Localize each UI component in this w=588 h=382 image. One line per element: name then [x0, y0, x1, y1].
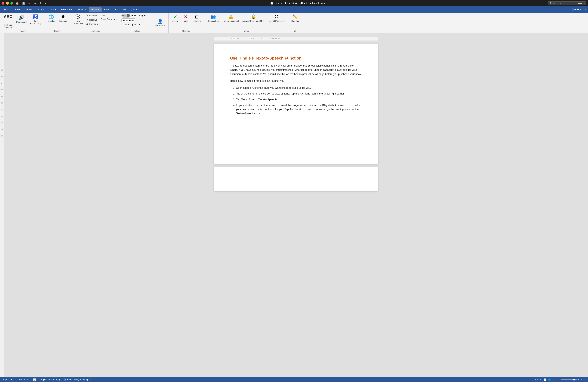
- hide-ink-label: Hide Ink: [291, 20, 299, 22]
- tracking-group-label: Tracking: [121, 30, 151, 33]
- home-icon[interactable]: 🏠: [15, 1, 20, 5]
- comment-nav: Next Show Comments: [99, 14, 118, 21]
- previous-icon: ◀: [86, 22, 88, 26]
- status-bar-right: Focus 📄 🌐 ☰ ≡ − + 203%: [535, 378, 586, 381]
- menu-item-grammarly[interactable]: Grammarly: [112, 7, 128, 12]
- ribbon-group-tracking: OFF Track Changes All Markup ▾ Markup Op…: [120, 13, 152, 33]
- tracking-buttons: OFF Track Changes All Markup ▾ Markup Op…: [121, 14, 151, 30]
- step-2: Tap at the center of the screen to view …: [236, 92, 362, 96]
- reject-button[interactable]: ✕ Reject: [181, 14, 190, 23]
- document-page[interactable]: Use Kindle's Text-to-Speech Function The…: [214, 44, 378, 164]
- check-accessibility-button[interactable]: ♿ CheckAccessibility: [29, 14, 42, 26]
- translate-button[interactable]: 🌐 Translate: [46, 14, 57, 23]
- language-icon: 🗣: [62, 14, 66, 19]
- search-options-icon[interactable]: ⊞: [583, 2, 585, 5]
- show-comments-button[interactable]: Show Comments: [99, 18, 118, 21]
- restrict-permission-button[interactable]: 🛡 Restrict Permission: [266, 14, 287, 23]
- resolve-label: Resolve: [89, 19, 97, 21]
- hide-ink-icon: ✏️: [293, 14, 298, 19]
- focus-button[interactable]: Focus: [535, 378, 542, 381]
- document-title: How to Let Your Devices Read Out Loud to…: [274, 2, 325, 5]
- ribbon: ABC✓ Spelling &Grammar 🔊 Read Aloud ♿ Ch…: [0, 13, 588, 33]
- step-4: In your Kindle book, tap the screen to r…: [236, 103, 362, 116]
- zoom-out-button[interactable]: −: [559, 378, 560, 381]
- menu-item-design[interactable]: Design: [34, 7, 46, 12]
- track-changes-label: Track Changes: [131, 14, 146, 17]
- doc-area[interactable]: -15 -14 -12 -10 -7 -4 -2 0 2 4 6 8 10 12…: [4, 33, 588, 377]
- language-button[interactable]: 🗣 Language: [58, 14, 70, 23]
- proofing-group-label: Proofing: [2, 30, 42, 33]
- menu-item-review[interactable]: Review: [89, 7, 102, 12]
- resolve-button[interactable]: ✓ Resolve: [85, 18, 99, 22]
- proofing-buttons: ABC✓ Spelling &Grammar 🔊 Read Aloud ♿ Ch…: [2, 14, 42, 30]
- hide-ink-button[interactable]: ✏️ Hide Ink: [290, 14, 300, 23]
- steps-list: Open a book. Go to the page you want it …: [236, 86, 362, 116]
- zoom-in-button[interactable]: +: [578, 378, 579, 381]
- status-bar: Page 2 of 3 1135 words 📊 English (Philip…: [0, 377, 588, 382]
- minimize-button[interactable]: [6, 2, 9, 5]
- restrict-icon: 🛡: [274, 14, 279, 19]
- ribbon-group-ink: ✏️ Hide Ink Ink: [289, 13, 302, 33]
- markup-options-arrow: ▾: [139, 24, 140, 26]
- ribbon-group-speech: 🌐 Translate 🗣 Language Speech: [44, 13, 71, 33]
- track-changes-toggle[interactable]: OFF: [121, 14, 130, 18]
- document-heading: Use Kindle's Text-to-Speech Function: [230, 56, 362, 60]
- title-bar: 🏠 💾 ↩ ↪ 🖨 ▾ 📄 How to Let Your Devices Re…: [0, 0, 588, 6]
- read-aloud-label: Read Aloud: [16, 21, 27, 23]
- ribbon-group-reviewing: 👤 Reviewing: [153, 13, 168, 33]
- delete-comment-button[interactable]: ✕ Delete ▾: [85, 14, 99, 18]
- redo-icon[interactable]: ↪: [33, 1, 37, 5]
- print-icon[interactable]: 🖨: [38, 1, 42, 5]
- search-back-icon[interactable]: ◀: [578, 2, 580, 5]
- search-bar[interactable]: 🔍 ◀ ▶ ⊞: [548, 1, 587, 5]
- menu-item-quillbot[interactable]: QuillBot: [128, 7, 141, 12]
- new-comment-button[interactable]: 💬+ NewComment: [73, 14, 84, 26]
- view-list-icon[interactable]: ≡: [556, 378, 557, 381]
- menu-item-layout[interactable]: Layout: [46, 7, 58, 12]
- accept-button[interactable]: ✓ Accept: [170, 14, 180, 23]
- language-label: Language: [59, 20, 68, 22]
- save-icon[interactable]: 💾: [21, 1, 26, 5]
- reviewing-icon: 👤: [157, 19, 163, 24]
- word-count: 1135 words: [18, 378, 29, 381]
- zoom-slider-thumb: [573, 379, 575, 381]
- view-web-icon[interactable]: 🌐: [548, 378, 551, 381]
- undo-icon[interactable]: ↩: [28, 1, 31, 5]
- markup-options-button[interactable]: Markup Options ▾: [121, 23, 141, 26]
- document-body: The text-to-speech feature can be handy …: [230, 64, 362, 116]
- accessibility-icon: ♿: [33, 14, 38, 19]
- search-forward-icon[interactable]: ▶: [580, 2, 582, 5]
- block-authors-button[interactable]: 👥 Block Authors: [205, 14, 221, 23]
- next-button[interactable]: Next: [99, 14, 118, 17]
- menu-item-mailings[interactable]: Mailings: [75, 7, 89, 12]
- previous-label: Previous: [89, 23, 98, 25]
- read-aloud-button[interactable]: 🔊 Read Aloud: [15, 14, 28, 24]
- zoom-slider[interactable]: [561, 379, 577, 380]
- title-bar-left: 🏠 💾 ↩ ↪ 🖨 ▾: [1, 1, 47, 5]
- protect-document-button[interactable]: 🔒 Protect Document: [221, 14, 240, 23]
- toggle-thumb: [126, 14, 130, 17]
- search-input[interactable]: [553, 2, 577, 4]
- menu-item-draw[interactable]: Draw: [24, 7, 34, 12]
- main-area: 15 16 17 18 19 20 21 22 23 24 25 -15 -14…: [0, 33, 588, 377]
- menu-item-view[interactable]: View: [102, 7, 112, 12]
- share-button[interactable]: 👤+ Share: [571, 8, 583, 11]
- ribbon-collapse-icon[interactable]: ∧: [585, 8, 587, 11]
- compare-button[interactable]: ⊞ Compare: [191, 14, 202, 23]
- menu-item-home[interactable]: Home: [1, 7, 13, 12]
- menu-item-references[interactable]: References: [58, 7, 75, 12]
- menu-item-insert[interactable]: Insert: [13, 7, 24, 12]
- customize-icon[interactable]: ▾: [44, 1, 47, 5]
- previous-button[interactable]: ◀ Previous: [85, 22, 99, 26]
- view-print-icon[interactable]: 📄: [544, 378, 546, 381]
- view-outline-icon[interactable]: ☰: [553, 378, 555, 381]
- protect-group-label: Protect: [205, 30, 287, 33]
- spelling-grammar-button[interactable]: ABC✓ Spelling &Grammar: [2, 14, 14, 30]
- close-button[interactable]: [1, 2, 4, 5]
- maximize-button[interactable]: [10, 2, 13, 5]
- markup-dropdown[interactable]: All Markup ▾: [121, 18, 135, 22]
- always-open-readonly-button[interactable]: 🔓 Always Open Read-Only: [241, 14, 266, 23]
- accessibility-status: ♿ Accessibility: Investigate: [64, 378, 91, 381]
- reviewing-button[interactable]: 👤 Reviewing: [154, 18, 166, 28]
- ribbon-group-changes: ✓ Accept ✕ Reject ⊞ Compare Changes: [169, 13, 204, 33]
